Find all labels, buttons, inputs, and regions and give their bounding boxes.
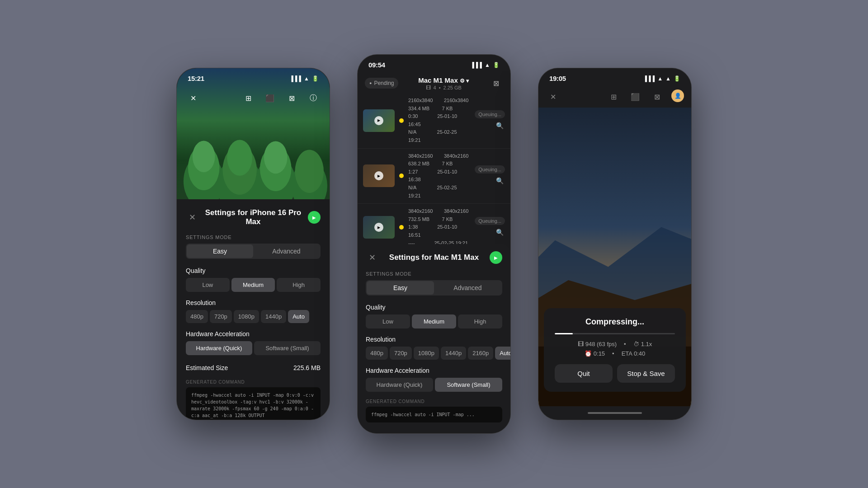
mode-easy-2[interactable]: Easy [367,281,434,295]
eta-stat: ETA 0:40 [622,350,646,357]
res-720p-2[interactable]: 720p [390,347,412,360]
save-icon[interactable]: ⬛ [263,91,277,105]
phone-3: 19:05 ▐▐▐ ▲ ▲ 🔋 ✕ ⊞ ⬛ ⊠ 👤 [538,68,692,420]
hw-small-2[interactable]: Software (Small) [435,378,502,392]
mode-advanced-1[interactable]: Advanced [253,244,320,258]
command-label-1: GENERATED COMMAND [186,380,321,385]
pending-circle: ● [369,81,372,85]
svg-point-8 [264,141,288,174]
home-bar-3 [588,412,642,414]
panel-close-2[interactable]: ✕ [366,251,378,264]
svg-point-5 [227,140,252,176]
screen-icon-3[interactable]: ⊞ [606,89,621,104]
battery-icon: 🔋 [312,75,319,82]
share-icon-2[interactable]: ⊠ [489,76,503,90]
hw-section-1: Hardware Acceleration Hardware (Quick) S… [186,330,321,355]
wifi-icon: ▲ [304,75,309,82]
svg-point-2 [193,141,215,173]
play-thumb-3: ▶ [374,223,383,232]
panel-close-1[interactable]: ✕ [186,211,198,224]
hw-label-1: Hardware Acceleration [186,330,321,338]
frame-icon: 🎞 [578,341,584,347]
mode-advanced-2[interactable]: Advanced [434,281,501,295]
hw-quick-1[interactable]: Hardware (Quick) [186,341,252,355]
res-480p-1[interactable]: 480p [186,310,208,323]
command-box-1: ffmpeg -hwaccel auto -i INPUT -map 0:v:0… [186,387,321,420]
res-1440p-2[interactable]: 1440p [441,347,466,360]
dot-separator-2: • [612,350,614,357]
pending-btn[interactable]: ● Pending [365,78,398,89]
share-icon-3[interactable]: ⊠ [650,89,664,104]
resolution-label-1: Resolution [186,299,321,306]
mode-easy-1[interactable]: Easy [187,244,253,258]
search-icon-2[interactable]: 🔍 [494,175,505,186]
search-icon-1[interactable]: 🔍 [494,120,505,131]
res-1080p-2[interactable]: 1080p [414,347,439,360]
res-1080p-1[interactable]: 1080p [234,310,259,323]
video-info-1: 2160x3840 2160x3840 334.4 MB 7 KB 0:30 2… [408,97,470,145]
thumb-3: ▶ [363,216,395,239]
play-button-1[interactable]: ▶ [308,211,321,224]
quality-label-1: Quality [186,267,321,274]
resolution-buttons-1: 480p 720p 1080p 1440p Auto [186,310,321,323]
video-item-2[interactable]: ▶ 3840x2160 3840x2160 638.2 MB 7 KB 1:27… [358,149,510,204]
hw-small-1[interactable]: Software (Small) [254,341,321,355]
quality-buttons-2: Low Medium High [366,314,502,328]
res-720p-1[interactable]: 720p [210,310,232,323]
stop-save-button[interactable]: Stop & Save [617,364,675,383]
quality-low-1[interactable]: Low [186,278,230,292]
wifi-icon-3: ▲ [657,75,663,82]
panel-title-1: Settings for iPhone 16 Pro Max [198,208,308,226]
play-button-2[interactable]: ▶ [490,251,502,264]
phone-2: 09:54 ▐▐▐ ▲ 🔋 ● Pending Mac M1 Max ⚙ ▾ 🎞 [357,54,511,434]
quality-medium-2[interactable]: Medium [412,314,456,328]
signal-icon-3: ▐▐▐ [643,75,655,82]
compress-stats: 🎞 948 (63 fps) • ⏱ 1.1x [555,341,675,347]
panel-title-2: Settings for Mac M1 Max [378,253,490,262]
quality-section-1: Quality Low Medium High [186,267,321,292]
close-button-3[interactable]: ✕ [546,89,560,104]
status-dot-2 [399,174,404,178]
quality-section-2: Quality Low Medium High [366,304,502,328]
search-icon-3[interactable]: 🔍 [494,227,505,238]
settings-mode-label-2: SETTINGS MODE [366,271,502,277]
save-icon-3[interactable]: ⬛ [628,89,642,104]
video-actions-1: Queuing... 🔍 [475,110,505,131]
quality-high-2[interactable]: High [458,314,502,328]
speed-stat: ⏱ 1.1x [633,341,652,347]
video-item-1[interactable]: ▶ 2160x3840 2160x3840 334.4 MB 7 KB 0:30… [358,93,510,149]
share-icon[interactable]: ⊠ [284,91,299,105]
video-actions-3: Queuing... 🔍 [475,217,505,238]
close-button-1[interactable]: ✕ [186,91,200,105]
elapsed-stat: ⏰ 0:15 [585,350,605,357]
hw-quick-2[interactable]: Hardware (Quick) [366,378,433,392]
svg-point-10 [295,150,324,193]
status-bar-3: 19:05 ▐▐▐ ▲ ▲ 🔋 [538,68,691,85]
battery-icon-3: 🔋 [674,75,680,82]
screen-icon[interactable]: ⊞ [241,91,255,105]
info-icon[interactable]: ⓘ [306,91,321,105]
timer-icon: ⏰ [585,350,592,357]
elapsed-value: 0:15 [594,350,605,357]
quality-medium-1[interactable]: Medium [231,278,275,292]
quit-button[interactable]: Quit [555,364,613,383]
command-label-2: GENERATED COMMAND [366,399,502,404]
video-meta-2: 3840x2160 3840x2160 638.2 MB 7 KB 1:27 2… [408,152,470,200]
res-auto-2[interactable]: Auto [495,347,510,360]
user-icon-3[interactable]: 👤 [671,89,684,102]
res-480p-2[interactable]: 480p [366,347,388,360]
settings-panel-1: ✕ Settings for iPhone 16 Pro Max ▶ SETTI… [177,199,330,420]
quality-high-1[interactable]: High [277,278,321,292]
res-1440p-1[interactable]: 1440p [261,310,286,323]
quality-low-2[interactable]: Low [366,314,410,328]
compress-stats-2: ⏰ 0:15 • ETA 0:40 [555,350,675,357]
res-auto-1[interactable]: Auto [288,310,309,323]
home-indicator-3 [538,406,691,420]
res-2160p-2[interactable]: 2160p [468,347,493,360]
fps-value: 948 (63 fps) [585,341,617,347]
clock-icon: ⏱ [633,341,639,347]
queuing-3: Queuing... [475,217,505,225]
queuing-2: Queuing... [475,165,505,174]
estimated-value-1: 225.6 MB [293,364,321,371]
time-2: 09:54 [368,61,385,69]
